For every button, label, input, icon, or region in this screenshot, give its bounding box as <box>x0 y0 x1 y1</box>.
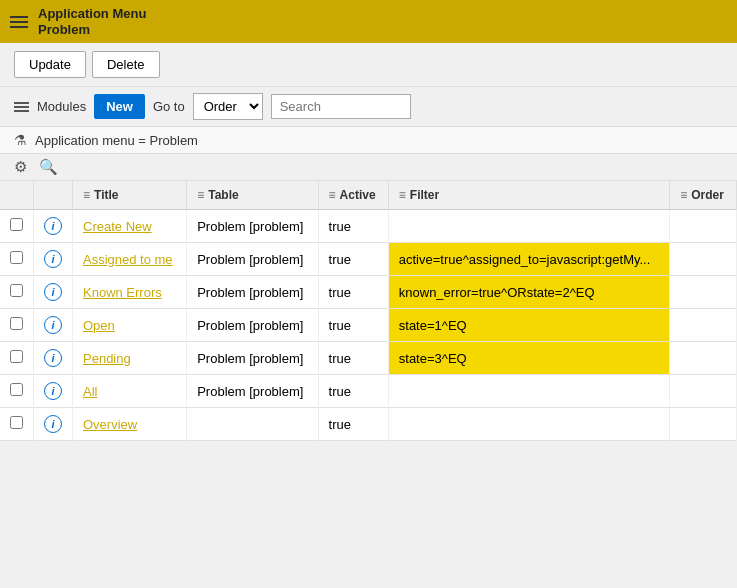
row-order-cell <box>670 408 737 441</box>
row-checkbox[interactable] <box>10 350 23 363</box>
table-wrapper: ≡Title ≡Table ≡Active ≡Filter ≡Order <box>0 181 737 441</box>
row-active-cell: true <box>318 408 388 441</box>
row-title-link[interactable]: All <box>83 384 97 399</box>
search-input[interactable] <box>271 94 411 119</box>
row-title-cell: Open <box>73 309 187 342</box>
info-icon[interactable]: i <box>44 349 62 367</box>
app-title: Application MenuProblem <box>38 6 146 37</box>
row-filter-cell <box>388 408 669 441</box>
row-checkbox-cell <box>0 408 34 441</box>
toolbar: Modules New Go to OrderTitleActiveFilter <box>0 87 737 127</box>
search-icon[interactable]: 🔍 <box>39 158 58 176</box>
gear-icon[interactable]: ⚙ <box>14 158 27 176</box>
row-title-cell: Assigned to me <box>73 243 187 276</box>
order-select[interactable]: OrderTitleActiveFilter <box>193 93 263 120</box>
row-table-cell <box>187 408 318 441</box>
table-controls: ⚙ 🔍 <box>0 154 737 181</box>
select-all-header <box>0 181 34 210</box>
row-order-cell <box>670 243 737 276</box>
new-button[interactable]: New <box>94 94 145 119</box>
row-filter-cell: active=true^assigned_to=javascript:getMy… <box>388 243 669 276</box>
row-title-cell: Known Errors <box>73 276 187 309</box>
row-filter-cell: state=3^EQ <box>388 342 669 375</box>
goto-label: Go to <box>153 99 185 114</box>
row-checkbox-cell <box>0 210 34 243</box>
table-row: i Overview true <box>0 408 737 441</box>
row-filter-cell <box>388 375 669 408</box>
row-title-cell: Create New <box>73 210 187 243</box>
row-table-cell: Problem [problem] <box>187 309 318 342</box>
table-header-row: ≡Title ≡Table ≡Active ≡Filter ≡Order <box>0 181 737 210</box>
row-title-cell: Overview <box>73 408 187 441</box>
info-icon[interactable]: i <box>44 316 62 334</box>
row-order-cell <box>670 210 737 243</box>
row-active-cell: true <box>318 210 388 243</box>
row-checkbox[interactable] <box>10 383 23 396</box>
row-checkbox-cell <box>0 243 34 276</box>
row-info-cell: i <box>34 408 73 441</box>
row-table-cell: Problem [problem] <box>187 375 318 408</box>
row-info-cell: i <box>34 375 73 408</box>
row-table-cell: Problem [problem] <box>187 210 318 243</box>
row-checkbox-cell <box>0 342 34 375</box>
info-icon[interactable]: i <box>44 382 62 400</box>
table-row: i Pending Problem [problem] true state=3… <box>0 342 737 375</box>
filter-icon: ⚗ <box>14 132 27 148</box>
row-table-cell: Problem [problem] <box>187 243 318 276</box>
info-header <box>34 181 73 210</box>
row-table-cell: Problem [problem] <box>187 342 318 375</box>
row-active-cell: true <box>318 309 388 342</box>
row-active-cell: true <box>318 276 388 309</box>
row-title-cell: All <box>73 375 187 408</box>
row-info-cell: i <box>34 210 73 243</box>
row-checkbox-cell <box>0 309 34 342</box>
update-button[interactable]: Update <box>14 51 86 78</box>
row-title-link[interactable]: Known Errors <box>83 285 162 300</box>
table-row: i Assigned to me Problem [problem] true … <box>0 243 737 276</box>
filter-text: Application menu = Problem <box>35 133 198 148</box>
title-header[interactable]: ≡Title <box>73 181 187 210</box>
row-title-link[interactable]: Assigned to me <box>83 252 173 267</box>
row-order-cell <box>670 309 737 342</box>
info-icon[interactable]: i <box>44 415 62 433</box>
hamburger-menu-icon[interactable] <box>10 16 28 28</box>
table-row: i All Problem [problem] true <box>0 375 737 408</box>
row-checkbox[interactable] <box>10 218 23 231</box>
row-order-cell <box>670 375 737 408</box>
row-checkbox[interactable] <box>10 416 23 429</box>
row-checkbox[interactable] <box>10 251 23 264</box>
row-filter-cell <box>388 210 669 243</box>
active-header[interactable]: ≡Active <box>318 181 388 210</box>
table-header[interactable]: ≡Table <box>187 181 318 210</box>
row-info-cell: i <box>34 276 73 309</box>
row-title-link[interactable]: Open <box>83 318 115 333</box>
row-checkbox-cell <box>0 276 34 309</box>
row-info-cell: i <box>34 243 73 276</box>
info-icon[interactable]: i <box>44 283 62 301</box>
delete-button[interactable]: Delete <box>92 51 160 78</box>
row-filter-cell: known_error=true^ORstate=2^EQ <box>388 276 669 309</box>
top-action-bar: Update Delete <box>0 43 737 87</box>
row-checkbox-cell <box>0 375 34 408</box>
toolbar-menu-icon[interactable] <box>14 102 29 112</box>
row-info-cell: i <box>34 342 73 375</box>
row-title-link[interactable]: Pending <box>83 351 131 366</box>
row-active-cell: true <box>318 342 388 375</box>
row-checkbox[interactable] <box>10 284 23 297</box>
row-order-cell <box>670 342 737 375</box>
table-row: i Create New Problem [problem] true <box>0 210 737 243</box>
row-checkbox[interactable] <box>10 317 23 330</box>
info-icon[interactable]: i <box>44 250 62 268</box>
info-icon[interactable]: i <box>44 217 62 235</box>
row-order-cell <box>670 276 737 309</box>
app-header: Application MenuProblem <box>0 0 737 43</box>
table-row: i Open Problem [problem] true state=1^EQ <box>0 309 737 342</box>
row-active-cell: true <box>318 375 388 408</box>
row-info-cell: i <box>34 309 73 342</box>
row-title-link[interactable]: Create New <box>83 219 152 234</box>
order-header[interactable]: ≡Order <box>670 181 737 210</box>
row-title-link[interactable]: Overview <box>83 417 137 432</box>
filter-header[interactable]: ≡Filter <box>388 181 669 210</box>
modules-button[interactable]: Modules <box>37 99 86 114</box>
filter-bar: ⚗ Application menu = Problem <box>0 127 737 154</box>
